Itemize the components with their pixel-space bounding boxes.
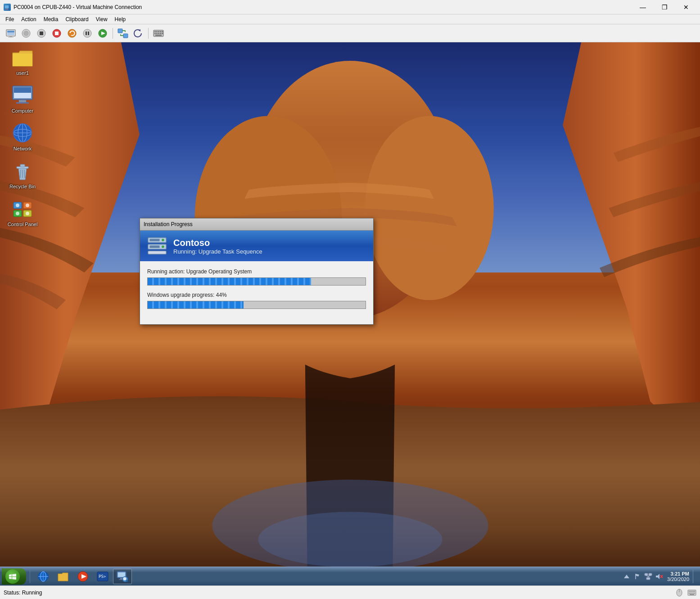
revert-button[interactable]: [131, 26, 145, 41]
svg-rect-107: [690, 593, 691, 594]
svg-rect-70: [149, 245, 159, 248]
desktop-icon-recycle[interactable]: Recycle Bin: [5, 160, 41, 189]
action-progress-fill: [148, 278, 311, 285]
taskbar: PS>: [0, 567, 700, 585]
svg-rect-17: [86, 32, 87, 35]
menu-bar: File Action Media Clipboard View Help: [0, 14, 700, 24]
svg-line-57: [24, 170, 25, 178]
desktop-icon-network[interactable]: Network: [5, 123, 41, 151]
taskbar-vm-active[interactable]: [113, 569, 132, 584]
svg-rect-35: [155, 35, 162, 36]
svg-rect-111: [690, 594, 694, 595]
svg-point-71: [162, 245, 164, 248]
user1-label: user1: [16, 70, 29, 76]
close-button[interactable]: ✕: [676, 0, 696, 14]
svg-rect-11: [40, 32, 43, 35]
taskbar-ie[interactable]: [34, 569, 53, 584]
menu-clipboard[interactable]: Clipboard: [62, 15, 92, 23]
svg-rect-32: [158, 33, 159, 34]
pause-button[interactable]: [80, 26, 95, 41]
dialog-title-bar: Installation Progress: [140, 218, 373, 231]
user1-icon: [12, 47, 33, 68]
system-clock[interactable]: 3:21 PM 3/20/2020: [665, 571, 691, 582]
svg-rect-72: [148, 251, 167, 254]
svg-point-87: [123, 577, 126, 580]
svg-rect-6: [9, 36, 12, 37]
svg-rect-45: [19, 100, 26, 102]
taskbar-powershell[interactable]: PS>: [93, 569, 112, 584]
status-right: [675, 588, 696, 597]
desktop: user1 Computer: [0, 42, 700, 585]
svg-rect-30: [154, 33, 156, 34]
svg-point-16: [83, 29, 91, 37]
computer-icon: [12, 85, 33, 106]
svg-rect-26: [156, 31, 158, 32]
svg-rect-44: [14, 87, 31, 93]
tray-flag[interactable]: [633, 572, 642, 581]
action-label: Running action: Upgrade Operating System: [147, 268, 366, 275]
desktop-icons: user1 Computer: [5, 47, 41, 227]
svg-rect-67: [149, 239, 159, 241]
integration-button[interactable]: [116, 26, 130, 41]
network-label: Network: [14, 146, 32, 151]
toolbar: [0, 24, 700, 42]
restart-button[interactable]: [65, 26, 79, 41]
start-button[interactable]: [2, 568, 26, 585]
tray-expand[interactable]: [622, 572, 631, 581]
desktop-icon-controlpanel[interactable]: Control Panel: [5, 198, 41, 227]
recycle-icon: [12, 160, 33, 182]
tray-network[interactable]: [644, 572, 653, 581]
status-bar: Status: Running: [0, 585, 700, 599]
svg-rect-110: [694, 593, 695, 594]
svg-rect-105: [694, 591, 695, 592]
screenshot-button[interactable]: [4, 26, 18, 41]
keyboard-button[interactable]: [151, 26, 166, 41]
dialog-body: Running action: Upgrade Operating System…: [140, 261, 373, 324]
svg-line-55: [20, 170, 21, 178]
svg-rect-1: [5, 9, 8, 9]
power-off-button[interactable]: [19, 26, 33, 41]
status-text: Status: Running: [4, 590, 42, 596]
window-icon: [4, 4, 11, 11]
svg-rect-101: [689, 591, 690, 592]
play-button[interactable]: [95, 26, 110, 41]
menu-file[interactable]: File: [2, 15, 18, 23]
taskbar-media[interactable]: [73, 569, 92, 584]
stop-button[interactable]: [34, 26, 49, 41]
menu-help[interactable]: Help: [111, 15, 130, 23]
install-dialog: Installation Progress C: [140, 218, 374, 325]
svg-rect-109: [693, 593, 694, 594]
svg-rect-5: [7, 31, 14, 32]
svg-point-39: [365, 116, 494, 300]
force-stop-button[interactable]: [50, 26, 64, 41]
svg-rect-33: [160, 33, 161, 34]
network-icon: [12, 123, 33, 144]
svg-point-65: [26, 212, 29, 215]
desktop-icon-computer[interactable]: Computer: [5, 85, 41, 113]
svg-point-64: [16, 212, 19, 215]
menu-action[interactable]: Action: [18, 15, 40, 23]
show-desktop-button[interactable]: [693, 570, 696, 583]
svg-rect-25: [154, 31, 156, 32]
svg-rect-93: [646, 577, 650, 580]
restore-button[interactable]: ❐: [654, 0, 675, 14]
taskbar-explorer[interactable]: [54, 569, 72, 584]
title-bar: PC0004 on CPUB-Z440 - Virtual Machine Co…: [0, 0, 700, 14]
tray-sound[interactable]: [655, 572, 664, 581]
svg-rect-21: [118, 29, 122, 33]
menu-media[interactable]: Media: [40, 15, 62, 23]
minimize-button[interactable]: —: [632, 0, 653, 14]
svg-text:PS>: PS>: [99, 574, 106, 579]
svg-point-62: [16, 204, 19, 207]
vm-area[interactable]: user1 Computer: [0, 42, 700, 585]
clock-date: 3/20/2020: [667, 576, 689, 582]
svg-rect-91: [645, 573, 648, 576]
dialog-title-area: Contoso Running: Upgrade Task Sequence: [173, 237, 262, 255]
clock-time: 3:21 PM: [667, 571, 689, 576]
desktop-icon-user1[interactable]: user1: [5, 47, 41, 76]
svg-rect-13: [55, 32, 59, 35]
window-controls: — ❐ ✕: [632, 0, 696, 14]
toolbar-separator-2: [148, 28, 149, 39]
svg-rect-103: [691, 591, 692, 592]
menu-view[interactable]: View: [92, 15, 111, 23]
